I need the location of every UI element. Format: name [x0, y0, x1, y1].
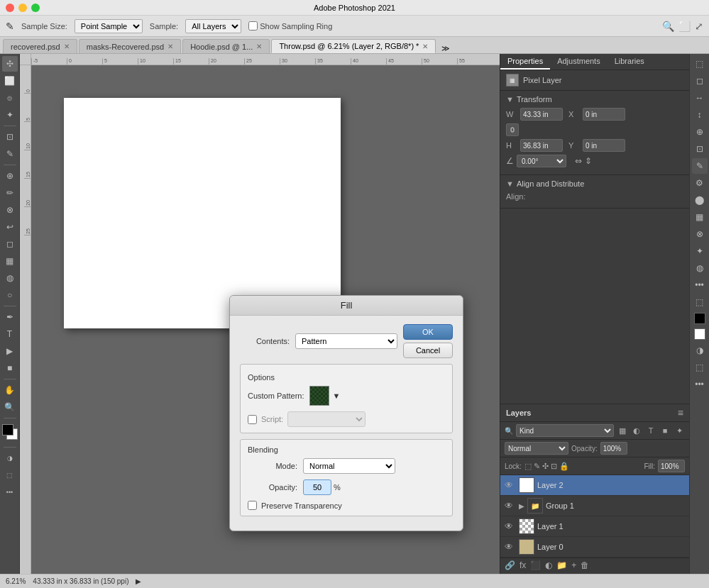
foreground-color-swatch[interactable]: [2, 424, 13, 436]
adjustment-icon[interactable]: ◐: [545, 560, 552, 570]
eraser-tool[interactable]: ◻: [2, 236, 18, 252]
layer-item-layer1[interactable]: 👁 Layer 1: [500, 516, 689, 537]
status-arrow[interactable]: ▶: [136, 577, 141, 585]
new-layer-icon[interactable]: +: [571, 560, 576, 570]
strip-icon-6[interactable]: ⊡: [692, 141, 708, 157]
lasso-tool[interactable]: ⌾: [2, 90, 18, 106]
brush-tool[interactable]: ✏: [2, 185, 18, 201]
tab-overflow-button[interactable]: ≫: [437, 44, 454, 53]
lock-transparent-icon[interactable]: ⬚: [524, 462, 532, 471]
layer-item-layer2[interactable]: 👁 Layer 2: [500, 475, 689, 496]
zoom-tool[interactable]: 🔍: [2, 399, 18, 415]
delete-icon[interactable]: 🗑: [581, 560, 589, 570]
history-brush[interactable]: ↩: [2, 219, 18, 235]
cancel-button[interactable]: Cancel: [403, 343, 453, 358]
fg-color-icon[interactable]: [694, 313, 705, 324]
maximize-button[interactable]: [31, 4, 40, 12]
layer-item-group1[interactable]: 👁 ▶ 📁 Group 1: [500, 496, 689, 516]
dodge-tool[interactable]: ○: [2, 287, 18, 303]
filter-shape-icon[interactable]: ■: [659, 425, 671, 436]
strip-icon-16[interactable]: ⬚: [692, 360, 708, 375]
align-header[interactable]: ▼ Align and Distribute: [506, 179, 683, 188]
pattern-preview[interactable]: [309, 386, 329, 406]
strip-icon-active[interactable]: ✎: [692, 158, 708, 174]
close-button[interactable]: [6, 4, 14, 12]
strip-icon-5[interactable]: ⊕: [692, 124, 708, 140]
tab-properties[interactable]: Properties: [500, 54, 550, 70]
preserve-checkbox[interactable]: [248, 501, 257, 510]
screen-mode-icon[interactable]: ⬚: [2, 467, 18, 483]
pen-tool[interactable]: ✒: [2, 309, 18, 325]
layers-fill-input[interactable]: [658, 460, 685, 472]
more-tools-icon[interactable]: •••: [2, 484, 18, 500]
x-input[interactable]: [583, 108, 625, 121]
transform-header[interactable]: ▼ Transform: [506, 95, 683, 104]
strip-icon-15[interactable]: ◑: [692, 343, 708, 358]
folder-icon[interactable]: 📁: [556, 560, 567, 570]
tab-adjustments[interactable]: Adjustments: [550, 54, 608, 70]
strip-icon-4[interactable]: ↕: [692, 107, 708, 123]
script-select[interactable]: [287, 411, 366, 427]
tab-recovered[interactable]: recovered.psd ✕: [3, 39, 77, 53]
eyedropper-tool-icon[interactable]: ✎: [6, 21, 14, 32]
link-icon[interactable]: 🔗: [505, 560, 515, 570]
layer-visibility-layer2[interactable]: 👁: [505, 480, 516, 490]
filter-type-icon[interactable]: T: [645, 425, 656, 436]
lock-pixel-icon[interactable]: ✎: [534, 462, 540, 471]
strip-icon-12[interactable]: ◍: [692, 260, 708, 276]
minimize-button[interactable]: [18, 4, 27, 12]
angle-select[interactable]: 0.00°: [517, 155, 566, 167]
strip-icon-9[interactable]: ▦: [692, 209, 708, 225]
selection-tool[interactable]: ⬜: [2, 73, 18, 89]
strip-icon-14[interactable]: ⬚: [692, 294, 708, 310]
tab-close-recovered[interactable]: ✕: [64, 43, 70, 50]
flip-v-icon[interactable]: ⇕: [585, 156, 592, 166]
path-selection[interactable]: ▶: [2, 343, 18, 359]
lock-position-icon[interactable]: ✣: [542, 462, 549, 471]
layers-kind-select[interactable]: Kind: [516, 424, 614, 437]
layer-visibility-group1[interactable]: 👁: [505, 501, 516, 511]
sample-size-select[interactable]: Point Sample: [75, 19, 143, 33]
eyedropper-tool[interactable]: ✎: [2, 146, 18, 162]
bg-color-icon[interactable]: [694, 328, 705, 340]
strip-icon-13[interactable]: •••: [692, 277, 708, 293]
chain-link-icon[interactable]: [506, 123, 519, 136]
w-input[interactable]: [520, 108, 563, 121]
layer-item-layer0[interactable]: 👁 Layer 0: [500, 537, 689, 558]
sample-select[interactable]: All Layers: [185, 19, 241, 33]
mode-select[interactable]: Normal Dissolve Multiply Screen Overlay: [303, 458, 395, 474]
tab-close-throw[interactable]: ✕: [422, 43, 428, 50]
quick-mask-icon[interactable]: ◑: [2, 450, 18, 466]
opacity-input[interactable]: 50: [303, 479, 331, 495]
contents-select[interactable]: Foreground Color Background Color Color.…: [295, 333, 397, 349]
magic-wand-tool[interactable]: ✦: [2, 107, 18, 123]
hand-tool[interactable]: ✋: [2, 382, 18, 398]
filter-adjust-icon[interactable]: ◐: [631, 425, 642, 436]
type-tool[interactable]: T: [2, 326, 18, 342]
layers-opacity-input[interactable]: [600, 442, 627, 455]
move-tool[interactable]: ✣: [2, 56, 18, 72]
strip-icon-2[interactable]: ◻: [692, 73, 708, 89]
panel-icon[interactable]: ⤢: [695, 21, 703, 32]
sampling-ring-checkbox[interactable]: [248, 21, 258, 30]
layer-visibility-layer0[interactable]: 👁: [505, 542, 516, 552]
tab-hoodie[interactable]: Hoodie.psd @ 1... ✕: [182, 39, 270, 53]
show-sampling-ring[interactable]: Show Sampling Ring: [248, 21, 332, 30]
lock-artboard-icon[interactable]: ⊡: [551, 462, 557, 471]
ok-button[interactable]: OK: [403, 324, 453, 340]
h-input[interactable]: [520, 139, 563, 152]
tab-libraries[interactable]: Libraries: [608, 54, 652, 70]
crop-tool[interactable]: ⊡: [2, 129, 18, 145]
strip-icon-8[interactable]: ⬤: [692, 192, 708, 208]
tab-throw-active[interactable]: Throw.psd @ 6.21% (Layer 2, RGB/8*) * ✕: [271, 39, 436, 53]
filter-smart-icon[interactable]: ✦: [674, 425, 685, 436]
healing-brush[interactable]: ⊕: [2, 168, 18, 184]
script-checkbox[interactable]: [248, 415, 257, 424]
tab-close-masks[interactable]: ✕: [167, 43, 173, 50]
strip-icon-3[interactable]: ↔: [692, 90, 708, 106]
mask-icon[interactable]: ⬛: [530, 560, 541, 570]
clone-stamp[interactable]: ⊗: [2, 202, 18, 218]
flip-h-icon[interactable]: ⇔: [575, 156, 582, 166]
lock-all-icon[interactable]: 🔒: [559, 462, 569, 471]
pattern-dropdown-arrow[interactable]: ▼: [332, 392, 340, 400]
